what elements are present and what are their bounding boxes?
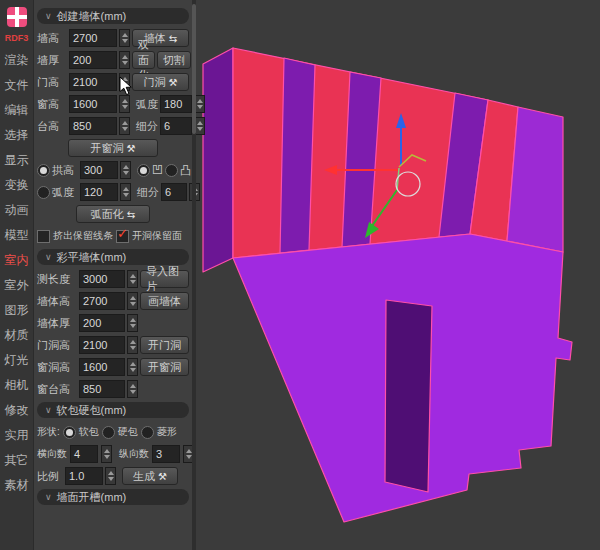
- menu-item-edit[interactable]: 编辑: [5, 102, 29, 118]
- arch-height-input[interactable]: 300: [80, 161, 118, 179]
- spinner-up-icon[interactable]: [130, 318, 136, 322]
- spinner-up-icon[interactable]: [130, 340, 136, 344]
- wall-thickness-input[interactable]: 200: [69, 51, 117, 69]
- cp-window-sill-spinner[interactable]: [127, 380, 138, 398]
- spinner-up-icon[interactable]: [122, 99, 128, 103]
- concave-radio[interactable]: [137, 164, 150, 177]
- wall-back-stripe-1[interactable]: [280, 58, 315, 253]
- wall-height-spinner[interactable]: [119, 29, 130, 47]
- arch-height-spinner[interactable]: [120, 161, 131, 179]
- spinner-down-icon[interactable]: [197, 105, 203, 109]
- wall-thickness-spinner[interactable]: [119, 51, 130, 69]
- spinner-up-icon[interactable]: [130, 384, 136, 388]
- section-header-create-wall[interactable]: ∨ 创建墙体(mm): [37, 8, 189, 24]
- import-image-button[interactable]: 导入图片: [140, 270, 189, 288]
- spinner-up-icon[interactable]: [123, 187, 129, 191]
- spinner-up-icon[interactable]: [130, 362, 136, 366]
- wall-height-input[interactable]: 2700: [69, 29, 117, 47]
- spinner-down-icon[interactable]: [197, 127, 203, 131]
- subdiv-input[interactable]: 6: [160, 117, 192, 135]
- window-height-input[interactable]: 1600: [69, 95, 117, 113]
- menu-item-transform[interactable]: 变换: [5, 177, 29, 193]
- arch-radio[interactable]: [37, 164, 50, 177]
- spinner-up-icon[interactable]: [104, 449, 110, 453]
- sill-height-spinner[interactable]: [119, 117, 130, 135]
- menu-item-render[interactable]: 渲染: [5, 52, 29, 68]
- window-height-spinner[interactable]: [119, 95, 130, 113]
- ratio-spinner[interactable]: [105, 467, 116, 485]
- spinner-down-icon[interactable]: [122, 39, 128, 43]
- menu-item-modify[interactable]: 修改: [5, 402, 29, 418]
- door-opening-button[interactable]: 门洞⚒: [132, 73, 189, 91]
- cp-wall-thickness-spinner[interactable]: [127, 314, 138, 332]
- menu-item-file[interactable]: 文件: [5, 77, 29, 93]
- spinner-up-icon[interactable]: [197, 99, 203, 103]
- spinner-down-icon[interactable]: [123, 193, 129, 197]
- spinner-down-icon[interactable]: [186, 455, 192, 459]
- measure-length-spinner[interactable]: [127, 270, 138, 288]
- convex-radio[interactable]: [165, 164, 178, 177]
- section-header-wall-groove[interactable]: ∨ 墙面开槽(mm): [37, 489, 189, 505]
- arc2-spinner[interactable]: [120, 183, 131, 201]
- section-header-color-plan-wall[interactable]: ∨ 彩平墙体(mm): [37, 249, 189, 265]
- cut-button[interactable]: 切割: [157, 51, 191, 69]
- spinner-up-icon[interactable]: [108, 471, 114, 475]
- cp-door-opening-input[interactable]: 2100: [79, 336, 125, 354]
- cp-wall-thickness-input[interactable]: 200: [79, 314, 125, 332]
- spinner-up-icon[interactable]: [130, 274, 136, 278]
- diamond-radio[interactable]: [141, 426, 154, 439]
- menu-item-interior[interactable]: 室内: [5, 252, 29, 268]
- wall-left-side[interactable]: [203, 48, 233, 272]
- keep-lines-checkbox[interactable]: [37, 230, 50, 243]
- spinner-down-icon[interactable]: [122, 61, 128, 65]
- menu-item-material[interactable]: 材质: [5, 327, 29, 343]
- columns-spinner[interactable]: [101, 445, 112, 463]
- spinner-down-icon[interactable]: [108, 477, 114, 481]
- spinner-up-icon[interactable]: [122, 33, 128, 37]
- spinner-down-icon[interactable]: [122, 127, 128, 131]
- menu-item-assets[interactable]: 素材: [5, 477, 29, 493]
- spinner-down-icon[interactable]: [122, 105, 128, 109]
- arcify-button[interactable]: 弧面化⇆: [76, 205, 150, 223]
- sill-height-input[interactable]: 850: [69, 117, 117, 135]
- cp-open-window-button[interactable]: 开窗洞: [140, 358, 189, 376]
- spinner-down-icon[interactable]: [130, 346, 136, 350]
- menu-item-display[interactable]: 显示: [5, 152, 29, 168]
- ratio-input[interactable]: 1.0: [65, 467, 103, 485]
- section-header-soft-hard-pack[interactable]: ∨ 软包硬包(mm): [37, 402, 189, 418]
- viewport[interactable]: [196, 0, 600, 550]
- spinner-up-icon[interactable]: [122, 55, 128, 59]
- soft-pack-radio[interactable]: [63, 426, 76, 439]
- app-logo-icon[interactable]: [7, 7, 27, 27]
- spinner-down-icon[interactable]: [130, 302, 136, 306]
- menu-item-utility[interactable]: 实用: [5, 427, 29, 443]
- keep-face-checkbox[interactable]: ✓: [116, 230, 129, 243]
- viewport-3d[interactable]: [196, 0, 600, 550]
- menu-item-animation[interactable]: 动画: [5, 202, 29, 218]
- spinner-down-icon[interactable]: [104, 455, 110, 459]
- spinner-up-icon[interactable]: [197, 121, 203, 125]
- door-height-input[interactable]: 2100: [69, 73, 117, 91]
- scrollbar-thumb[interactable]: [192, 4, 196, 134]
- arc-input[interactable]: 180: [160, 95, 192, 113]
- cp-wall-height-spinner[interactable]: [127, 292, 138, 310]
- door-opening[interactable]: [385, 300, 432, 492]
- cp-window-opening-spinner[interactable]: [127, 358, 138, 376]
- double-side-button[interactable]: 双面化: [132, 51, 155, 69]
- subdiv2-input[interactable]: 6: [161, 183, 187, 201]
- panel-scrollbar[interactable]: [192, 0, 196, 550]
- spinner-up-icon[interactable]: [122, 121, 128, 125]
- spinner-down-icon[interactable]: [130, 324, 136, 328]
- menu-item-model[interactable]: 模型: [5, 227, 29, 243]
- spinner-up-icon[interactable]: [123, 165, 129, 169]
- spinner-down-icon[interactable]: [130, 390, 136, 394]
- generate-button[interactable]: 生成⚒: [122, 467, 178, 485]
- cp-wall-height-input[interactable]: 2700: [79, 292, 125, 310]
- open-door-button[interactable]: 开门洞: [140, 336, 189, 354]
- rows-input[interactable]: 3: [152, 445, 180, 463]
- spinner-up-icon[interactable]: [130, 296, 136, 300]
- menu-item-exterior[interactable]: 室外: [5, 277, 29, 293]
- cp-door-opening-spinner[interactable]: [127, 336, 138, 354]
- arc2-radio[interactable]: [37, 186, 50, 199]
- arc2-input[interactable]: 120: [80, 183, 118, 201]
